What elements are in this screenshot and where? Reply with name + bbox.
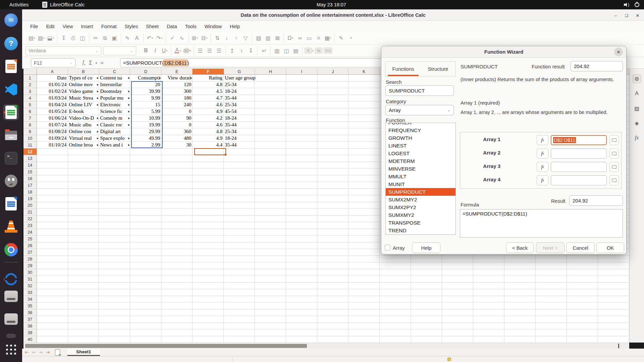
cell-G16[interactable]	[224, 175, 255, 182]
cell-L28[interactable]	[380, 256, 411, 262]
cell-I23[interactable]	[286, 222, 317, 229]
cell-M28[interactable]	[411, 256, 442, 262]
auto-spellcheck-button[interactable]: ∿	[177, 34, 186, 43]
cell-A24[interactable]	[37, 229, 68, 236]
cell-N32[interactable]	[442, 283, 473, 289]
cell-E33[interactable]	[161, 289, 193, 296]
cell-J39[interactable]	[317, 329, 348, 336]
cell-G1[interactable]: User age group	[224, 75, 255, 81]
cell-K32[interactable]	[348, 283, 380, 289]
dialog-title[interactable]: Function Wizard	[381, 46, 626, 58]
cell-C21[interactable]	[99, 209, 130, 216]
cell-B18[interactable]	[68, 189, 99, 195]
cell-K26[interactable]	[348, 242, 380, 249]
draw-functions-button[interactable]: ✎	[337, 34, 345, 43]
cell-A17[interactable]	[37, 182, 68, 189]
cell-S34[interactable]	[598, 296, 629, 303]
cell-D17[interactable]	[130, 182, 161, 189]
cell-I35[interactable]	[286, 303, 317, 309]
cell-R39[interactable]	[567, 329, 598, 336]
cell-L31[interactable]	[380, 276, 411, 283]
underline-button[interactable]: U▾	[160, 46, 169, 55]
insert-columns-button[interactable]: ⊟▾	[200, 34, 209, 43]
next-button[interactable]: Next >	[536, 242, 565, 253]
cell-K37[interactable]	[348, 316, 380, 323]
search-input[interactable]: SUMPRODUCT	[385, 85, 454, 96]
cell-A20[interactable]	[37, 202, 68, 209]
cell-S40[interactable]	[598, 336, 629, 343]
cell-G13[interactable]	[224, 155, 255, 162]
cell-E30[interactable]	[161, 269, 193, 276]
menu-window[interactable]: Window	[201, 22, 225, 31]
cell-H13[interactable]	[255, 155, 286, 162]
copy-button[interactable]: ⧉	[101, 34, 109, 43]
sum-icon[interactable]: Σ	[89, 60, 92, 66]
cell-A18[interactable]	[37, 189, 68, 195]
cell-E20[interactable]	[161, 202, 193, 209]
cell-G30[interactable]	[224, 269, 255, 276]
cell-E15[interactable]	[161, 169, 193, 175]
function-item-logest[interactable]: LOGEST	[386, 149, 455, 157]
cell-B4[interactable]: Music Strea	[68, 95, 99, 102]
dock-libreoffice-calc[interactable]	[3, 104, 19, 120]
cell-G6[interactable]: 45-54	[224, 108, 255, 115]
cell-C12[interactable]	[99, 148, 130, 155]
cell-B15[interactable]	[68, 169, 99, 175]
function-item-sumx2my2[interactable]: SUMX2MY2	[386, 196, 455, 203]
cell-C8[interactable]: Classic roc	[99, 122, 130, 128]
cell-J12[interactable]	[317, 148, 348, 155]
cell-R40[interactable]	[567, 336, 598, 343]
cell-H7[interactable]	[255, 115, 286, 122]
cell-D24[interactable]	[130, 229, 161, 236]
cell-I4[interactable]	[286, 95, 317, 102]
cell-N28[interactable]	[442, 256, 473, 262]
cell-G11[interactable]: 35-44	[224, 142, 255, 148]
cell-B26[interactable]	[68, 242, 99, 249]
cell-J33[interactable]	[317, 289, 348, 296]
function-item-mdeterm[interactable]: MDETERM	[386, 157, 455, 165]
cell-O34[interactable]	[473, 296, 504, 303]
cell-P40[interactable]	[504, 336, 536, 343]
cell-G36[interactable]	[224, 309, 255, 316]
cell-B12[interactable]	[68, 148, 99, 155]
font-name-combo[interactable]: Verdana ⌄	[25, 46, 101, 55]
dock-archive-1[interactable]	[3, 288, 19, 304]
select-function-button[interactable]: fx	[537, 175, 548, 185]
align-center-button[interactable]: ☰	[205, 46, 214, 55]
cell-N37[interactable]	[442, 316, 473, 323]
cell-H37[interactable]	[255, 316, 286, 323]
cell-D29[interactable]	[130, 262, 161, 269]
font-color-button[interactable]: A▾	[173, 46, 182, 55]
cell-K30[interactable]	[348, 269, 380, 276]
cell-Q38[interactable]	[536, 323, 567, 329]
cell-I21[interactable]	[286, 209, 317, 216]
center-vertically-button[interactable]: ↕	[237, 46, 246, 55]
cell-I34[interactable]	[286, 296, 317, 303]
cell-M34[interactable]	[411, 296, 442, 303]
function-item-sumproduct[interactable]: SUMPRODUCT	[386, 188, 455, 196]
cell-F1[interactable]: Rating	[193, 75, 224, 81]
function-item-sumxmy2[interactable]: SUMXMY2	[386, 211, 455, 219]
comment-button[interactable]: ▭	[305, 34, 314, 43]
cell-D16[interactable]	[130, 175, 161, 182]
cell-K10[interactable]	[348, 135, 380, 142]
cell-P30[interactable]	[504, 269, 536, 276]
cell-K14[interactable]	[348, 162, 380, 169]
row-header-7[interactable]: 7	[23, 115, 37, 122]
cell-A19[interactable]	[37, 195, 68, 202]
cell-H40[interactable]	[255, 336, 286, 343]
cell-H5[interactable]	[255, 102, 286, 108]
cell-H11[interactable]	[255, 142, 286, 148]
split-handle[interactable]	[618, 344, 619, 348]
cell-K31[interactable]	[348, 276, 380, 283]
cell-D20[interactable]	[130, 202, 161, 209]
cell-B17[interactable]	[68, 182, 99, 189]
cell-G8[interactable]: 35-44	[224, 122, 255, 128]
cell-K23[interactable]	[348, 222, 380, 229]
previous-sheet-icon[interactable]: ↞	[32, 349, 36, 355]
cell-K38[interactable]	[348, 323, 380, 329]
align-top-button[interactable]: ↥	[228, 46, 236, 55]
cell-A34[interactable]	[37, 296, 68, 303]
cell-J23[interactable]	[317, 222, 348, 229]
cell-K18[interactable]	[348, 189, 380, 195]
